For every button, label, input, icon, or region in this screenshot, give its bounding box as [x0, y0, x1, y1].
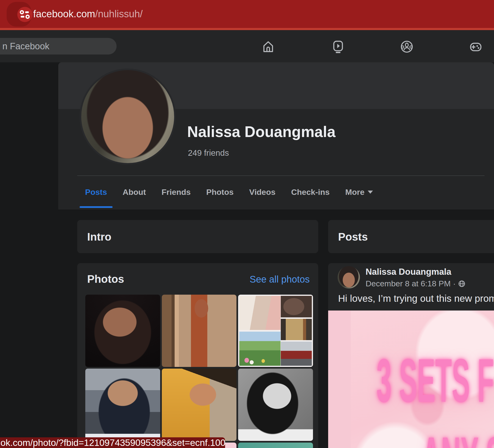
groups-icon[interactable]: [400, 39, 414, 54]
tab-videos[interactable]: Videos: [241, 176, 283, 208]
globe-icon: [458, 280, 466, 288]
post-meta[interactable]: December 8 at 6:18 PM ·: [366, 279, 466, 288]
tab-photos[interactable]: Photos: [198, 176, 241, 208]
post-text: Hi loves, I’m trying out this new promo …: [338, 293, 494, 304]
post-card: Nalissa Douangmala December 8 at 6:18 PM…: [328, 263, 494, 448]
tab-posts[interactable]: Posts: [77, 176, 115, 208]
chevron-down-icon: [368, 191, 373, 194]
intro-title: Intro: [87, 230, 111, 243]
promo-left-margin: [328, 310, 351, 448]
tab-about[interactable]: About: [115, 176, 154, 208]
photo-thumbnail[interactable]: [238, 295, 313, 367]
photo-thumbnail[interactable]: [162, 295, 237, 367]
photo-thumbnail[interactable]: [238, 369, 313, 441]
url-text[interactable]: facebook.com/nuhlissuh/: [33, 0, 143, 28]
collage-red-car: [281, 342, 312, 366]
post-timestamp: December 8 at 6:18 PM: [366, 279, 451, 288]
profile-picture[interactable]: [80, 68, 176, 165]
tab-more[interactable]: More: [337, 176, 381, 208]
collage-sloth-plush: [281, 319, 312, 340]
divider: [77, 175, 484, 176]
photo-thumbnail[interactable]: [85, 295, 160, 367]
search-text: n Facebook: [2, 41, 49, 51]
promo-text-line1: 3 SETS F: [376, 350, 494, 411]
link-preview-status-bar: ok.com/photo/?fbid=1210974359095396&set=…: [0, 437, 225, 448]
active-tab-underline: [80, 206, 112, 208]
tune-icon: [17, 7, 32, 22]
url-path: /nuhlissuh/: [95, 8, 143, 20]
posts-title: Posts: [338, 230, 368, 243]
photos-title: Photos: [87, 273, 124, 285]
profile-header-card: Nalissa Douangmala 249 friends Posts Abo…: [58, 62, 494, 210]
collage-cemetery: [239, 332, 281, 366]
page-title: Nalissa Douangmala: [187, 123, 335, 141]
meta-separator: ·: [453, 279, 456, 288]
promo-text-line2: ANY S: [421, 428, 494, 448]
collage-couple: [239, 296, 281, 330]
photo-grid: [85, 295, 313, 448]
photo-thumbnail[interactable]: [85, 369, 160, 441]
facebook-profile-page: facebook.com/nuhlissuh/ n Facebook: [0, 0, 494, 448]
collage-puppy: [281, 296, 312, 318]
photos-card: Photos See all photos: [77, 263, 318, 448]
url-host: facebook.com: [33, 8, 95, 20]
tab-friends[interactable]: Friends: [154, 176, 198, 208]
gaming-icon[interactable]: [469, 39, 483, 54]
home-icon[interactable]: [261, 39, 275, 54]
post-author-name[interactable]: Nalissa Douangmala: [366, 267, 451, 277]
search-input[interactable]: n Facebook: [0, 38, 117, 54]
post-author-avatar[interactable]: [338, 266, 360, 288]
browser-profile-chip[interactable]: [7, 2, 31, 26]
photo-thumbnail[interactable]: [238, 443, 313, 448]
posts-section-card: Posts: [328, 220, 494, 253]
photo-thumbnail[interactable]: [162, 369, 237, 441]
facebook-header: n Facebook: [0, 30, 494, 62]
status-url-text: ok.com/photo/?fbid=1210974359095396&set=…: [0, 437, 225, 448]
see-all-photos-link[interactable]: See all photos: [249, 274, 310, 285]
browser-address-bar[interactable]: facebook.com/nuhlissuh/: [0, 0, 494, 30]
intro-card: Intro: [77, 220, 318, 253]
watch-icon[interactable]: [331, 39, 345, 54]
tab-checkins[interactable]: Check-ins: [283, 176, 338, 208]
profile-tabs: Posts About Friends Photos Videos Check-…: [77, 176, 381, 208]
friends-count[interactable]: 249 friends: [188, 148, 229, 158]
post-promo-image[interactable]: 3 SETS F ANY S: [328, 310, 494, 448]
